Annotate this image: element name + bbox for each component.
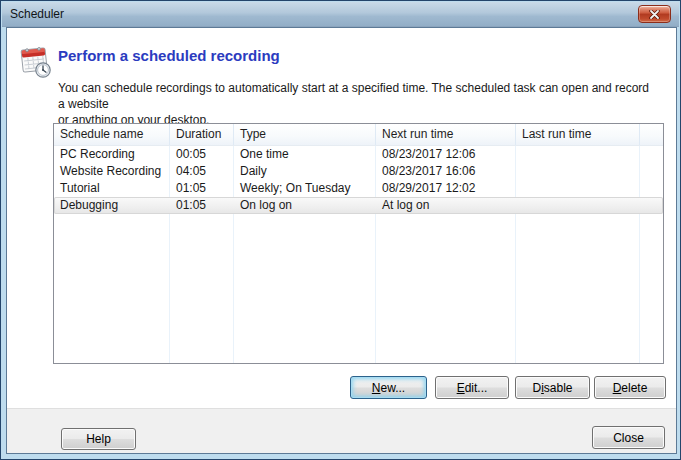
cell-type: On log on xyxy=(234,197,376,214)
cell-duration: 01:05 xyxy=(170,180,234,197)
edit-button[interactable]: Edit... xyxy=(435,376,509,399)
description: You can schedule recordings to automatic… xyxy=(58,80,654,128)
label-mnemonic: D xyxy=(613,381,622,395)
column-header-duration[interactable]: Duration xyxy=(170,124,234,145)
table-row-website-recording[interactable]: Website Recording 04:05 Daily 08/23/2017… xyxy=(54,163,663,180)
cell-duration: 01:05 xyxy=(170,197,234,214)
cell-last-run-time xyxy=(516,146,640,163)
list-header: Schedule name Duration Type Next run tim… xyxy=(54,124,663,146)
cell-next-run-time: At log on xyxy=(376,197,516,214)
cell-next-run-time: 08/23/2017 16:06 xyxy=(376,163,516,180)
cell-schedule-name: Website Recording xyxy=(54,163,170,180)
cell-filler xyxy=(640,180,663,197)
cell-next-run-time: 08/29/2017 12:02 xyxy=(376,180,516,197)
cell-schedule-name: Debugging xyxy=(54,197,170,214)
cell-last-run-time xyxy=(516,197,640,214)
titlebar[interactable]: Scheduler xyxy=(2,2,679,27)
page-title: Perform a scheduled recording xyxy=(58,47,280,64)
table-row-tutorial[interactable]: Tutorial 01:05 Weekly; On Tuesday 08/29/… xyxy=(54,180,663,197)
cell-type: Weekly; On Tuesday xyxy=(234,180,376,197)
cell-last-run-time xyxy=(516,180,640,197)
table-row-pc-recording[interactable]: PC Recording 00:05 One time 08/23/2017 1… xyxy=(54,146,663,163)
cell-duration: 04:05 xyxy=(170,163,234,180)
description-line-1: You can schedule recordings to automatic… xyxy=(58,80,654,112)
cell-type: Daily xyxy=(234,163,376,180)
cell-next-run-time: 08/23/2017 12:06 xyxy=(376,146,516,163)
calendar-clock-icon xyxy=(19,43,53,79)
label-part: ew... xyxy=(380,381,405,395)
window-title: Scheduler xyxy=(10,2,64,27)
cell-filler xyxy=(640,146,663,163)
column-header-next-run-time[interactable]: Next run time xyxy=(376,124,516,145)
list-body: PC Recording 00:05 One time 08/23/2017 1… xyxy=(54,146,663,363)
cell-filler xyxy=(640,163,663,180)
dialog-body: Perform a scheduled recording You can sc… xyxy=(6,27,677,454)
label-part: sable xyxy=(544,381,573,395)
column-header-filler[interactable] xyxy=(640,124,663,145)
disable-button[interactable]: Disable xyxy=(515,376,590,399)
cell-duration: 00:05 xyxy=(170,146,234,163)
schedule-list: Schedule name Duration Type Next run tim… xyxy=(53,123,664,364)
cell-schedule-name: PC Recording xyxy=(54,146,170,163)
scheduler-dialog: Scheduler Perform a scheduled r xyxy=(0,0,681,460)
close-icon xyxy=(649,10,660,19)
label-part: D xyxy=(532,381,541,395)
table-row-debugging-selected[interactable]: Debugging 01:05 On log on At log on xyxy=(54,197,663,214)
cell-last-run-time xyxy=(516,163,640,180)
cell-type: One time xyxy=(234,146,376,163)
label-part: dit... xyxy=(465,381,488,395)
titlebar-close-button[interactable] xyxy=(638,5,671,23)
column-header-last-run-time[interactable]: Last run time xyxy=(516,124,640,145)
new-button[interactable]: New... xyxy=(350,376,427,399)
delete-button[interactable]: Delete xyxy=(594,376,666,399)
label-part: elete xyxy=(621,381,647,395)
close-button[interactable]: Close xyxy=(592,426,665,449)
label-mnemonic: E xyxy=(457,381,465,395)
column-header-schedule-name[interactable]: Schedule name xyxy=(54,124,170,145)
column-header-type[interactable]: Type xyxy=(234,124,376,145)
cell-filler xyxy=(640,197,663,214)
cell-schedule-name: Tutorial xyxy=(54,180,170,197)
help-button[interactable]: Help xyxy=(61,428,136,450)
